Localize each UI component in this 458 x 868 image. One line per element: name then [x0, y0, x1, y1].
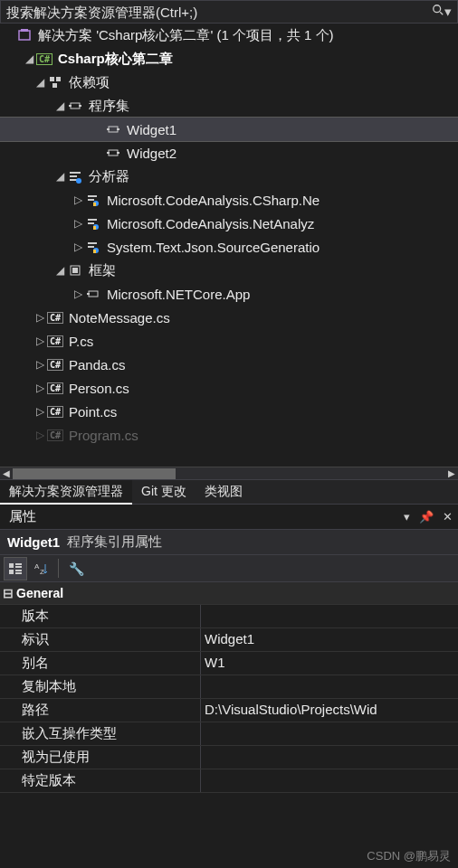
collapse-icon[interactable]: ⊟: [0, 586, 16, 600]
dependencies-icon: [47, 74, 63, 90]
svg-rect-9: [79, 105, 81, 107]
project-node[interactable]: ◢ C# Csharp核心第二章: [0, 47, 458, 71]
csharp-project-icon: C#: [36, 51, 52, 67]
property-row[interactable]: 标识Widget1: [0, 628, 458, 652]
property-label: 标识: [0, 628, 201, 651]
property-row[interactable]: 视为已使用: [0, 746, 458, 769]
horizontal-scrollbar[interactable]: ◀ ▶: [0, 467, 458, 479]
property-label: 复制本地: [0, 675, 201, 698]
frameworks-node[interactable]: ◢ 框架: [0, 259, 458, 282]
property-value[interactable]: D:\VisualStudio\Projects\Wid: [201, 699, 458, 722]
solution-node[interactable]: 解决方案 'Csharp核心第二章' (1 个项目，共 1 个): [0, 24, 458, 47]
widget2-node[interactable]: Widget2: [0, 141, 458, 165]
search-input[interactable]: [6, 5, 426, 20]
chevron-down-icon[interactable]: ◢: [22, 52, 36, 65]
property-label: 别名: [0, 652, 201, 675]
dependencies-label: 依赖项: [69, 74, 110, 91]
assembly-ref-icon: [105, 145, 121, 161]
assemblies-label: 程序集: [89, 98, 129, 115]
chevron-down-icon[interactable]: ◢: [52, 170, 67, 183]
svg-rect-28: [88, 242, 97, 244]
chevron-right-icon[interactable]: ▷: [71, 241, 85, 253]
svg-rect-20: [88, 195, 97, 197]
analyzer-label: Microsoft.CodeAnalysis.CSharp.Ne: [107, 193, 320, 208]
chevron-down-icon[interactable]: ◢: [52, 264, 67, 277]
svg-rect-7: [71, 103, 80, 108]
alphabetical-button[interactable]: AZ: [29, 557, 52, 580]
svg-rect-15: [117, 152, 119, 154]
properties-header: 属性 ▾ 📌 ✕: [0, 505, 458, 530]
svg-rect-34: [89, 291, 98, 297]
svg-rect-5: [56, 77, 61, 81]
chevron-down-icon[interactable]: ◢: [33, 76, 47, 89]
cs-file-node[interactable]: ▷ C# Person.cs: [0, 376, 458, 400]
svg-rect-4: [50, 77, 54, 81]
property-row[interactable]: 路径D:\VisualStudio\Projects\Wid: [0, 699, 458, 722]
cs-file-node[interactable]: ▷ C# P.cs: [0, 329, 458, 353]
framework-item[interactable]: ▷ Microsoft.NETCore.App: [0, 282, 458, 306]
svg-rect-6: [52, 83, 57, 88]
categorized-button[interactable]: [4, 557, 27, 580]
svg-rect-25: [88, 222, 94, 224]
property-value[interactable]: Widget1: [201, 628, 458, 651]
assemblies-node[interactable]: ◢ 程序集: [0, 94, 458, 118]
chevron-right-icon[interactable]: ▷: [33, 382, 47, 394]
chevron-right-icon[interactable]: ▷: [33, 335, 47, 347]
csharp-file-icon: C#: [47, 380, 63, 396]
scroll-right-icon[interactable]: ▶: [445, 467, 458, 480]
property-row[interactable]: 嵌入互操作类型: [0, 722, 458, 746]
frameworks-label: 框架: [89, 262, 116, 279]
svg-rect-33: [72, 268, 78, 273]
chevron-down-icon[interactable]: ◢: [52, 99, 67, 112]
file-label: Panda.cs: [69, 357, 126, 373]
analyzer-item-3[interactable]: ▷ System.Text.Json.SourceGeneratio: [0, 235, 458, 259]
property-row[interactable]: 别名W1: [0, 652, 458, 675]
property-value[interactable]: [201, 746, 458, 769]
property-category[interactable]: ⊟ General: [0, 582, 458, 605]
scroll-left-icon[interactable]: ◀: [0, 467, 13, 480]
svg-rect-40: [15, 570, 22, 571]
chevron-right-icon[interactable]: ▷: [33, 405, 47, 418]
wrench-button[interactable]: 🔧: [64, 557, 88, 580]
widget1-node[interactable]: Widget1: [0, 118, 458, 141]
property-value[interactable]: [201, 722, 458, 745]
category-label: General: [16, 586, 63, 600]
cs-file-node[interactable]: ▷ C# NoteMessage.cs: [0, 306, 458, 329]
property-row[interactable]: 特定版本: [0, 769, 458, 793]
properties-object-header[interactable]: Widget1 程序集引用属性: [0, 530, 458, 555]
analyzer-item-2[interactable]: ▷ Microsoft.CodeAnalysis.NetAnalyz: [0, 212, 458, 235]
cs-file-node[interactable]: ▷ C# Point.cs: [0, 400, 458, 423]
analyzer-icon: [85, 239, 101, 255]
search-icon[interactable]: ▾: [432, 4, 452, 20]
cs-file-node[interactable]: ▷ C# Panda.cs: [0, 353, 458, 376]
tab-class-view[interactable]: 类视图: [196, 480, 252, 504]
svg-rect-41: [15, 572, 22, 574]
chevron-right-icon[interactable]: ▷: [71, 193, 85, 206]
svg-rect-21: [88, 199, 94, 201]
solution-explorer-tree[interactable]: 解决方案 'Csharp核心第二章' (1 个项目，共 1 个) ◢ C# Cs…: [0, 24, 458, 467]
property-row[interactable]: 复制本地: [0, 675, 458, 699]
chevron-right-icon[interactable]: ▷: [71, 288, 85, 300]
chevron-right-icon[interactable]: ▷: [33, 311, 47, 324]
property-value[interactable]: [201, 675, 458, 698]
close-icon[interactable]: ✕: [443, 510, 453, 524]
property-value[interactable]: W1: [201, 652, 458, 675]
csharp-file-icon: C#: [47, 309, 63, 326]
pin-icon[interactable]: 📌: [419, 510, 434, 524]
tab-git-changes[interactable]: Git 更改: [132, 480, 196, 504]
property-row[interactable]: 版本: [0, 605, 458, 628]
dependencies-node[interactable]: ◢ 依赖项: [0, 71, 458, 94]
property-value[interactable]: [201, 605, 458, 627]
window-options-icon[interactable]: ▾: [404, 510, 410, 524]
panel-tabs: 解决方案资源管理器 Git 更改 类视图: [0, 479, 458, 505]
cs-file-node[interactable]: ▷ C# Program.cs: [0, 423, 458, 447]
analyzers-node[interactable]: ◢ 分析器: [0, 165, 458, 188]
analyzer-item-1[interactable]: ▷ Microsoft.CodeAnalysis.CSharp.Ne: [0, 188, 458, 212]
chevron-right-icon[interactable]: ▷: [33, 429, 47, 441]
svg-rect-36: [9, 563, 14, 568]
chevron-right-icon[interactable]: ▷: [33, 358, 47, 371]
tab-solution-explorer[interactable]: 解决方案资源管理器: [0, 480, 132, 505]
widget2-label: Widget2: [127, 146, 177, 161]
property-value[interactable]: [201, 769, 458, 792]
chevron-right-icon[interactable]: ▷: [71, 217, 85, 230]
